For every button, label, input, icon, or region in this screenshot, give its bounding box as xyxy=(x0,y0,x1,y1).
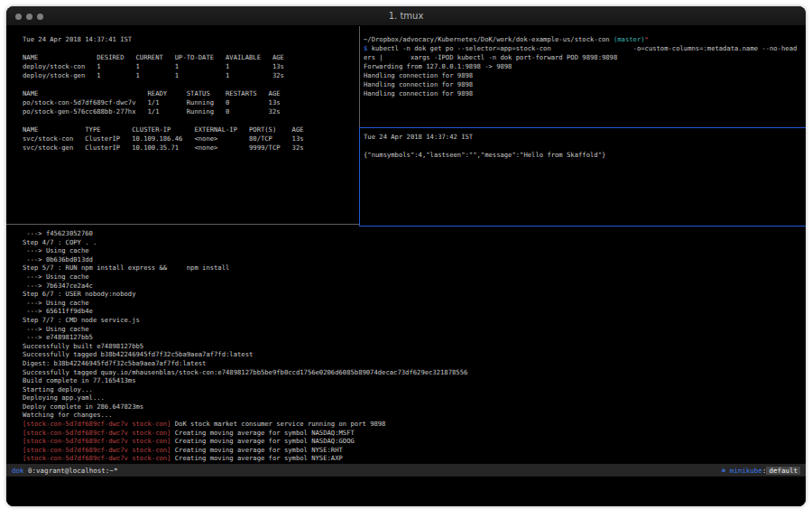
active-pane-border-left[interactable] xyxy=(359,127,360,227)
terminal-line: Successfully built e74898127bb5 xyxy=(23,342,806,351)
text-segment: Handling connection for 9898 xyxy=(364,71,473,79)
terminal-line: [stock-con-5d7df689cf-dwc7v stock-con] C… xyxy=(23,454,806,463)
terminal-line: Build complete in 77.165413ms xyxy=(23,376,806,385)
status-kube-context: ☸ minikube:default xyxy=(722,467,800,475)
terminal-line: Digest: b38b42246945fd7f32c5ba9aea7af7fd… xyxy=(23,359,806,368)
text-segment: Deploying app.yaml... xyxy=(23,393,105,402)
terminal-line: Handling connection for 9898 xyxy=(364,80,806,89)
terminal-line: Step 4/7 : COPY . . xyxy=(23,238,806,247)
text-segment: [stock-con-5d7df689cf-dwc7v stock-con] xyxy=(23,446,171,454)
terminal-line: ---> Using cache xyxy=(23,273,806,282)
text-segment: * xyxy=(645,35,649,43)
text-segment: deploy/stock-gen 1 1 1 1 32s xyxy=(23,71,284,79)
pane-skaffold-build-log[interactable]: ---> f45623052760Step 4/7 : COPY . . ---… xyxy=(6,225,806,463)
terminal-line: svc/stock-gen ClusterIP 10.100.35.71 <no… xyxy=(23,143,359,153)
terminal-line: Successfully tagged quay.io/mhausenblas/… xyxy=(23,368,806,377)
text-segment: ---> Using cache xyxy=(23,246,89,254)
terminal-line: deploy/stock-con 1 1 1 1 13s xyxy=(23,62,359,71)
text-segment: dok xyxy=(12,467,24,475)
text-segment: Forwarding from 127.0.0.1:9898 -> 9898 xyxy=(364,62,512,70)
terminal-line: ~/Dropbox/advocacy/Kubernetes/DoK/work/d… xyxy=(364,35,806,44)
terminal-line: [stock-con-5d7df689cf-dwc7v stock-con] D… xyxy=(23,420,806,429)
text-segment: kubectl -n dok get po --selector=app=sto… xyxy=(372,44,798,52)
text-segment: ---> 7b6347ce2a4c xyxy=(23,282,93,290)
text-segment: Creating moving average for symbol NASDA… xyxy=(171,429,354,437)
terminal-line: NAME READY STATUS RESTARTS AGE xyxy=(23,89,359,98)
text-segment: [stock-con-5d7df689cf-dwc7v stock-con] xyxy=(23,454,171,462)
text-segment: po/stock-gen-576cc688bb-277hx 1/1 Runnin… xyxy=(23,107,281,116)
text-segment: Handling connection for 9898 xyxy=(364,80,473,88)
tmux-status-bar: dok 0:vagrant@localhost:~* ☸ minikube:de… xyxy=(6,464,806,476)
text-segment: $ xyxy=(364,44,372,52)
terminal-line: [stock-con-5d7df689cf-dwc7v stock-con] C… xyxy=(23,429,806,438)
kubernetes-icon: ☸ xyxy=(722,467,730,475)
terminal-line: svc/stock-con ClusterIP 10.109.186.46 <n… xyxy=(23,134,359,143)
pane-divider-horizontal[interactable] xyxy=(6,224,360,225)
text-segment: ---> 65611ff9db4e xyxy=(23,307,93,315)
text-segment: ---> Using cache xyxy=(23,273,89,281)
terminal-line: ---> 0b636bd013dd xyxy=(23,255,806,264)
terminal-line: ers | xargs -IPOD kubectl -n dok port-fo… xyxy=(364,53,806,62)
text-segment: NAME TYPE CLUSTER-IP EXTERNAL-IP PORT(S)… xyxy=(23,125,304,134)
text-segment: Watching for changes... xyxy=(23,411,113,419)
terminal-line: po/stock-con-5d7df689cf-dwc7v 1/1 Runnin… xyxy=(23,98,359,107)
terminal-line: ---> f45623052760 xyxy=(23,229,806,238)
window-title: 1. tmux xyxy=(6,6,806,26)
text-segment: Step 4/7 : COPY . . xyxy=(23,238,97,246)
terminal-line: Deploying app.yaml... xyxy=(23,393,806,402)
terminal-line: Forwarding from 127.0.0.1:9898 -> 9898 xyxy=(364,62,806,71)
terminal-line xyxy=(23,44,359,53)
text-segment: deploy/stock-con 1 1 1 1 13s xyxy=(23,62,284,70)
terminal-line: Step 6/7 : USER nobody:nobody xyxy=(23,290,806,299)
text-segment: {"numsymbols":4,"lastseen":"","message":… xyxy=(364,151,605,159)
pane-kubectl-watch[interactable]: Tue 24 Apr 2018 14:37:41 ISTNAME DESIRED… xyxy=(6,26,359,224)
terminal-line xyxy=(364,142,806,151)
text-segment: DoK stock market consumer service runnin… xyxy=(171,420,385,428)
terminal-line: deploy/stock-gen 1 1 1 1 32s xyxy=(23,71,359,80)
text-segment: (master) xyxy=(614,35,645,43)
text-segment: Step 5/7 : RUN npm install express && np… xyxy=(23,264,229,272)
text-segment: ---> e74898127bb5 xyxy=(23,333,93,341)
text-segment: ---> 0b636bd013dd xyxy=(23,255,93,264)
text-segment: Successfully built e74898127bb5 xyxy=(23,342,143,350)
status-session-and-window[interactable]: dok 0:vagrant@localhost:~* xyxy=(12,467,117,475)
text-segment: Build complete in 77.165413ms xyxy=(23,376,136,384)
pane-port-forward[interactable]: ~/Dropbox/advocacy/Kubernetes/DoK/work/d… xyxy=(360,26,806,127)
tmux-terminal: Tue 24 Apr 2018 14:37:41 ISTNAME DESIRED… xyxy=(6,26,806,506)
text-segment: [stock-con-5d7df689cf-dwc7v stock-con] xyxy=(23,429,171,437)
text-segment: Creating moving average for symbol NASDA… xyxy=(171,437,354,445)
text-segment: Successfully tagged b38b42246945fd7f32c5… xyxy=(23,350,253,358)
terminal-line: Deploy complete in 286.647823ms xyxy=(23,402,806,412)
text-segment: po/stock-con-5d7df689cf-dwc7v 1/1 Runnin… xyxy=(23,98,281,106)
terminal-line: ---> Using cache xyxy=(23,325,806,334)
text-segment: ---> Using cache xyxy=(23,325,89,333)
terminal-line: Successfully tagged b38b42246945fd7f32c5… xyxy=(23,350,806,359)
active-pane-border-bottom[interactable] xyxy=(359,226,806,227)
terminal-window: 1. tmux Tue 24 Apr 2018 14:37:41 ISTNAME… xyxy=(6,6,806,506)
active-pane-border-top[interactable] xyxy=(359,127,806,128)
terminal-line: Handling connection for 9898 xyxy=(364,89,806,98)
text-segment: minikube xyxy=(730,467,762,475)
titlebar[interactable]: 1. tmux xyxy=(6,6,806,26)
terminal-line: {"numsymbols":4,"lastseen":"","message":… xyxy=(364,151,806,160)
terminal-line: ---> Using cache xyxy=(23,246,806,255)
terminal-line: NAME TYPE CLUSTER-IP EXTERNAL-IP PORT(S)… xyxy=(23,125,359,134)
text-segment: 0:vagrant@localhost:~* xyxy=(24,467,118,475)
terminal-line: Tue 24 Apr 2018 14:37:42 IST xyxy=(364,133,806,142)
terminal-line: Watching for changes... xyxy=(23,411,806,420)
terminal-line xyxy=(23,116,359,125)
text-segment: ers | xargs -IPOD kubectl -n dok port-fo… xyxy=(364,53,617,61)
text-segment: [stock-con-5d7df689cf-dwc7v stock-con] xyxy=(23,420,171,428)
pane-service-output-active[interactable]: Tue 24 Apr 2018 14:37:42 IST{"numsymbols… xyxy=(360,128,806,224)
terminal-line: [stock-con-5d7df689cf-dwc7v stock-con] C… xyxy=(23,446,806,455)
text-segment: [stock-con-5d7df689cf-dwc7v stock-con] xyxy=(23,437,171,445)
text-segment: Successfully tagged quay.io/mhausenblas/… xyxy=(23,368,467,376)
terminal-line: ---> 65611ff9db4e xyxy=(23,307,806,316)
text-segment: NAME READY STATUS RESTARTS AGE xyxy=(23,89,281,97)
terminal-line: Handling connection for 9898 xyxy=(364,71,806,80)
terminal-line: Starting deploy... xyxy=(23,385,806,394)
pane-divider-vertical[interactable] xyxy=(359,26,360,127)
text-segment: Step 7/7 : CMD node service.js xyxy=(23,316,140,324)
terminal-line xyxy=(23,80,359,89)
text-segment: Creating moving average for symbol NYSE:… xyxy=(171,446,342,454)
